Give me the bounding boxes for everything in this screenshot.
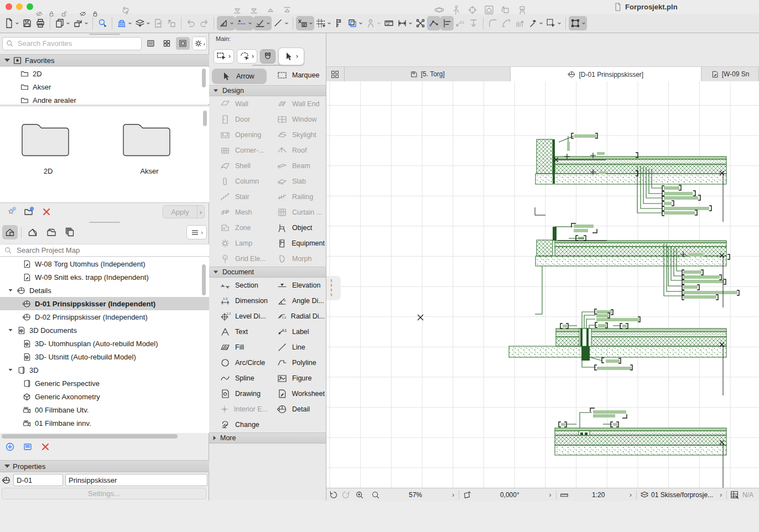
magnet-toggle-button[interactable] [260,49,275,64]
project-map-item[interactable]: Generic Axonometry [0,390,209,403]
layer-combination-value[interactable]: 01 Skisse/forprosje... [651,491,716,499]
favorite-thumbnail[interactable]: 2D [18,116,79,175]
tool-line[interactable]: Line [268,340,325,355]
unlock-selection-icon[interactable] [60,10,67,18]
favorites-settings-button[interactable]: › [192,36,207,50]
selection-mode-button[interactable] [214,49,234,64]
snap-reference-button[interactable] [272,16,290,30]
project-map-item[interactable]: W-08 Torg Utomhus (Independent) [0,257,209,270]
detail-name-field[interactable] [66,476,207,484]
undo-button[interactable] [184,16,197,30]
trace-reference-button[interactable] [346,16,364,30]
tool-figure[interactable]: Figure [268,371,325,386]
detail-id-field[interactable] [14,476,63,484]
chevron-down-icon[interactable] [9,289,13,291]
element-order-button[interactable] [467,16,480,30]
project-map-item[interactable]: 3D Documents [0,324,209,337]
tool-radial-di[interactable]: 1.2Radial Di... [268,309,325,324]
project-preferences-button[interactable] [71,16,90,30]
undo-redo-button[interactable] [118,2,133,18]
new-button[interactable] [2,16,20,30]
coordinates-button[interactable] [296,16,314,30]
detail-drawing-canvas[interactable] [326,81,759,488]
drawing-scale-value[interactable]: 1:20 [571,491,626,499]
rotation-angle-value[interactable]: 0,000° [474,491,545,499]
fit-in-window-button[interactable] [371,490,381,500]
send-down-button[interactable] [230,2,245,18]
detail-drawing[interactable] [326,81,759,488]
favorites-tree-item[interactable]: Akser [0,80,209,93]
ghost-button[interactable] [364,16,382,30]
layer-combination-icon[interactable] [640,490,649,500]
redo-button[interactable] [197,16,211,30]
tool-change[interactable]: Change [211,417,268,432]
favorites-button[interactable] [115,16,133,30]
show-all-layers-icon[interactable] [79,10,87,18]
scale-icon[interactable] [559,490,569,500]
project-map-item[interactable]: 3D- Utsnitt (Auto-rebuild Model) [0,350,209,363]
favorites-tree-item[interactable]: Andre arealer [0,93,209,104]
tool-elevation[interactable]: Elevation [268,278,325,293]
toolbox-section-design[interactable]: Design [209,85,326,96]
fav-single-view-button[interactable] [176,37,190,50]
project-map-item[interactable]: Details [0,284,209,297]
tool-level-di[interactable]: 1.2Level Di... [211,309,268,324]
zoom-window-button[interactable] [27,3,33,10]
fav-list-view-button[interactable] [144,37,158,50]
view-tab[interactable]: [W-09 Sn [701,67,759,81]
bring-up-button[interactable] [263,2,278,18]
add-viewpoint-button[interactable] [4,441,15,452]
tool-label[interactable]: A1Label [268,324,325,340]
find-select-button[interactable] [96,16,109,30]
settings-button[interactable]: Settings... [2,488,206,499]
new-favorite-button[interactable] [4,205,18,218]
tool-marquee[interactable]: Marquee [268,67,325,83]
explore-model-button[interactable] [449,2,463,18]
zoom-level-value[interactable]: 57% [382,491,449,499]
zoom-previous-button[interactable] [328,490,338,500]
lasso-mode-button[interactable] [237,49,257,64]
hide-selection-icon[interactable] [35,10,43,18]
zoom-level-chevron[interactable]: › [449,491,458,499]
tool-worksheet[interactable]: Worksheet [268,386,325,401]
renovation-button[interactable] [152,16,165,30]
zoom-next-button[interactable] [341,490,351,500]
toolbox-section-document[interactable]: Document [209,267,326,278]
close-window-button[interactable] [6,3,12,10]
tool-fill[interactable]: Fill [211,340,268,355]
graphic-override-button[interactable] [165,16,178,30]
auto-dimension-button[interactable]: 12 [382,16,396,30]
look-to-button[interactable] [465,2,480,18]
tool-arc-circle[interactable]: Arc/Circle [211,355,268,371]
tool-detail[interactable]: Detail [268,401,325,417]
tool-arrow[interactable]: Arrow [212,69,267,84]
zoom-in-button[interactable] [355,490,365,500]
unlock-all-layers-icon[interactable] [91,10,99,18]
panel-drag-handle[interactable] [0,34,209,36]
look-home-button[interactable] [482,2,496,18]
surveyor-button[interactable] [515,2,529,18]
project-map-item[interactable]: D-01 Prinsippskisser (Independent) [0,297,209,310]
pen-set-icon[interactable] [730,490,740,500]
minimize-window-button[interactable] [16,3,23,10]
fav-grid-view-button[interactable] [160,37,174,50]
orbit-button[interactable] [432,2,446,18]
orientation-icon[interactable] [462,490,472,500]
view-tab[interactable]: [5. Torg] [345,67,511,81]
project-map-item[interactable]: 00 Filmbane Utv. [0,403,209,416]
layer-chevron[interactable]: › [716,491,725,499]
edit-elements-button[interactable] [427,16,440,30]
grid-snap-button[interactable] [314,16,332,30]
publish-button[interactable] [53,16,71,30]
apply-favorite-button[interactable]: Apply › [163,205,205,218]
tab-project-map[interactable] [2,225,18,239]
angle-chevron[interactable]: › [545,491,554,499]
favorites-tree-item[interactable]: 2D [0,67,209,80]
lock-selection-icon[interactable] [48,10,55,18]
project-map-item[interactable]: D-02 Prinsippskisser (Independent) [0,310,209,324]
tool-text[interactable]: Text [211,324,268,340]
pick-up-button[interactable] [544,16,563,30]
tool-angle-di[interactable]: αAngle Di... [268,293,325,309]
view-tab[interactable]: [D-01 Prinsippskisser] [511,67,702,82]
tool-section[interactable]: Section [211,278,268,293]
